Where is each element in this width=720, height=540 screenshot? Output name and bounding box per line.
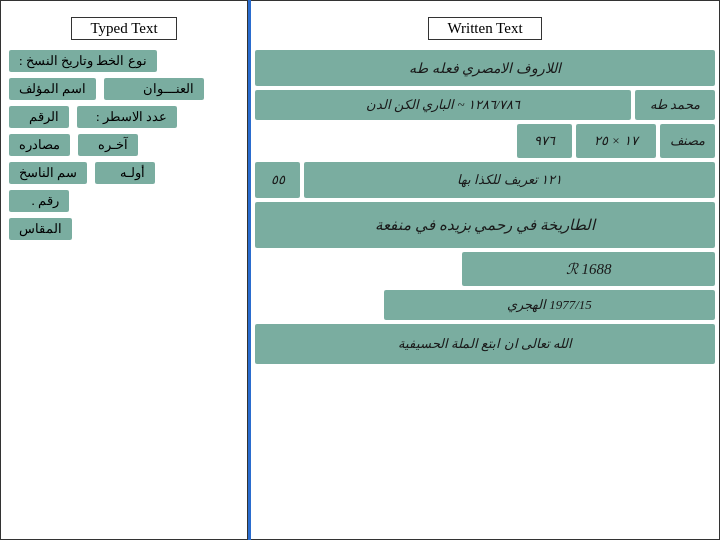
written-text-1: اللاروف الامصري فعله طه <box>409 60 561 77</box>
written-text-5: الطاريخة في رحمي بزيده في منفعة <box>375 216 595 234</box>
typed-row: رقم . <box>9 190 239 212</box>
written-text-6: ℛ 1688 <box>566 260 612 278</box>
typed-row: عدد الاسطر : الرقم <box>9 106 239 128</box>
written-strip-8: الله تعالى ان ابتع الملة الحسيفية <box>255 324 715 364</box>
typed-box: سم الناسخ <box>9 162 87 184</box>
right-panel-title: Written Text <box>428 17 541 40</box>
strip-row-6-spacer <box>255 252 458 286</box>
written-text-3b: ١٧ × ٢٥ <box>594 133 637 149</box>
written-content: اللاروف الامصري فعله طه ١٢٨٦/٧٨٦ ~ البار… <box>251 46 719 368</box>
written-strip-1: اللاروف الامصري فعله طه <box>255 50 715 86</box>
right-title-row: Written Text <box>251 1 719 46</box>
written-strip-3c: ٩٧٦ <box>517 124 572 158</box>
typed-row: أولـه سم الناسخ <box>9 162 239 184</box>
typed-row: نوع الخط وتاريخ النسخ : <box>9 50 239 72</box>
written-strip-4: ١٢١ تعريف للكذا بها <box>304 162 715 198</box>
strip-row-6: ℛ 1688 <box>255 252 715 286</box>
written-text-7: 1977/15 الهجري <box>507 297 592 313</box>
typed-box: الرقم <box>9 106 69 128</box>
left-panel-title: Typed Text <box>71 17 176 40</box>
typed-box: عدد الاسطر : <box>77 106 177 128</box>
typed-box: مصادره <box>9 134 70 156</box>
written-strip-7: 1977/15 الهجري <box>384 290 715 320</box>
strip-row-7: 1977/15 الهجري <box>255 290 715 320</box>
typed-box: العنـــوان <box>104 78 204 100</box>
strip-row-7-spacer <box>255 290 380 320</box>
strip-row-2: ١٢٨٦/٧٨٦ ~ الباري الكن الدن محمد طه <box>255 90 715 120</box>
typed-row: آخـره مصادره <box>9 134 239 156</box>
written-strip-2: ١٢٨٦/٧٨٦ ~ الباري الكن الدن <box>255 90 631 120</box>
written-text-4b: ٥٥ <box>271 172 285 188</box>
written-strip-3b: ١٧ × ٢٥ <box>576 124 656 158</box>
written-text-4: ١٢١ تعريف للكذا بها <box>457 172 562 188</box>
strip-row-3: مصنف ١٧ × ٢٥ ٩٧٦ <box>255 124 715 158</box>
written-strip-4b: ٥٥ <box>255 162 300 198</box>
typed-box: اسم المؤلف <box>9 78 96 100</box>
left-panel: Typed Text نوع الخط وتاريخ النسخ : العنـ… <box>0 0 248 540</box>
typed-row: المقاس <box>9 218 239 240</box>
typed-box: أولـه <box>95 162 155 184</box>
typed-box: رقم . <box>9 190 69 212</box>
typed-content: نوع الخط وتاريخ النسخ : العنـــوان اسم ا… <box>1 46 247 244</box>
typed-box: المقاس <box>9 218 72 240</box>
written-text-2b: محمد طه <box>650 97 700 113</box>
typed-box: نوع الخط وتاريخ النسخ : <box>9 50 157 72</box>
typed-box: آخـره <box>78 134 138 156</box>
written-text-8: الله تعالى ان ابتع الملة الحسيفية <box>398 336 572 352</box>
written-strip-6: ℛ 1688 <box>462 252 715 286</box>
written-strip-2b: محمد طه <box>635 90 715 120</box>
written-text-3a: مصنف <box>670 133 705 149</box>
right-panel: Written Text اللاروف الامصري فعله طه ١٢٨… <box>251 0 720 540</box>
written-text-2: ١٢٨٦/٧٨٦ ~ الباري الكن الدن <box>366 97 521 113</box>
written-strip-3a: مصنف <box>660 124 715 158</box>
written-strip-5: الطاريخة في رحمي بزيده في منفعة <box>255 202 715 248</box>
written-text-3c: ٩٧٦ <box>534 133 555 149</box>
strip-row-4: ١٢١ تعريف للكذا بها ٥٥ <box>255 162 715 198</box>
typed-row: العنـــوان اسم المؤلف <box>9 78 239 100</box>
